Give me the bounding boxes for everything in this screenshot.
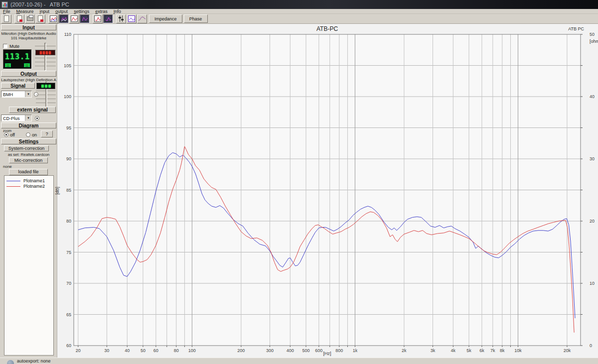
x-axis-unit: [Hz] bbox=[74, 351, 581, 356]
diagram-window-icon[interactable] bbox=[127, 14, 137, 23]
plotname1-label: Plotname1 bbox=[23, 178, 45, 183]
frequency-response-icon[interactable] bbox=[48, 14, 58, 23]
mic-correction-button[interactable]: Mic-correction bbox=[9, 157, 48, 163]
extern-signal-value: CD-Plus bbox=[3, 116, 20, 121]
menu-settings[interactable]: settings bbox=[71, 9, 92, 14]
diagram-section-header[interactable]: Diagram bbox=[1, 122, 56, 128]
output-level-slider[interactable] bbox=[36, 83, 56, 109]
status-bar: autoexport: none bbox=[0, 358, 598, 364]
signal-select[interactable]: BMH ▼ bbox=[1, 91, 32, 98]
left-axis-tick-label: 95 bbox=[66, 125, 71, 130]
menu-input[interactable]: input bbox=[37, 9, 53, 14]
signal-select-value: BMH bbox=[3, 92, 13, 97]
left-axis-unit: [dB] bbox=[55, 187, 60, 195]
right-axis-tick-label: 0 bbox=[590, 343, 592, 348]
zoom-label: zoom bbox=[3, 129, 11, 132]
extern-signal-button[interactable]: extern signal bbox=[9, 107, 56, 113]
input-level-slider[interactable] bbox=[35, 46, 56, 70]
delete-measurement-icon[interactable] bbox=[35, 14, 45, 23]
level-adjust-icon[interactable] bbox=[116, 14, 126, 23]
status-icon bbox=[7, 360, 14, 364]
impedance-measure-active-icon[interactable] bbox=[103, 14, 113, 23]
left-axis-tick-label: 85 bbox=[66, 188, 71, 193]
app-icon bbox=[1, 1, 8, 8]
impedance-measure-icon[interactable] bbox=[93, 14, 103, 23]
control-sidebar: Input Mikrofon (High Definition Audio 10… bbox=[0, 24, 57, 358]
zoom-off-label: off bbox=[10, 132, 15, 137]
input-device-line2: 101 Hauptlautstärke bbox=[1, 36, 56, 40]
print-icon[interactable] bbox=[25, 14, 35, 23]
legend-box: Plotname1 Plotname2 bbox=[4, 175, 54, 356]
toolbar: Impedance Phase bbox=[0, 14, 598, 24]
input-level-value: 113.1 bbox=[3, 52, 31, 61]
menu-measure[interactable]: Measure bbox=[13, 9, 37, 14]
settings-section-header[interactable]: Settings bbox=[1, 138, 56, 144]
left-axis-tick-label: 70 bbox=[66, 281, 71, 286]
title-bar[interactable]: (2007-10-26) - ATB PC bbox=[0, 0, 598, 9]
window-title: (2007-10-26) - ATB PC bbox=[10, 1, 69, 7]
chart-title: ATB-PC bbox=[74, 25, 581, 32]
left-axis-tick-label: 80 bbox=[66, 219, 71, 224]
zoom-on-radio[interactable] bbox=[26, 132, 30, 137]
right-axis-tick-label: 10 bbox=[590, 281, 595, 286]
system-correction-value: as set: Realtek.cardcon bbox=[1, 152, 56, 157]
frequency-response-chart: 6065707580859095100105110010203040502030… bbox=[57, 24, 598, 358]
input-device-line1: Mikrofon (High Definition Audio bbox=[1, 31, 56, 36]
loaded-file-button[interactable]: loaded file bbox=[9, 169, 48, 175]
status-text: autoexport: none bbox=[17, 359, 51, 364]
phase-measure-active-icon[interactable] bbox=[80, 14, 90, 23]
new-measurement-icon[interactable] bbox=[1, 14, 11, 23]
mute-checkbox[interactable] bbox=[3, 44, 7, 48]
zoom-off-radio[interactable] bbox=[4, 132, 8, 137]
help-button[interactable]: ? bbox=[41, 130, 53, 137]
plotname2-line-swatch bbox=[6, 186, 20, 187]
left-axis-tick-label: 60 bbox=[66, 343, 71, 348]
right-axis-unit: [ohm] bbox=[590, 39, 598, 44]
save-measurement-icon[interactable] bbox=[14, 14, 24, 23]
frequency-response-active-icon[interactable] bbox=[59, 14, 69, 23]
plotname1-line-swatch bbox=[6, 181, 20, 181]
right-axis-tick-label: 30 bbox=[590, 156, 595, 161]
legend-entry-2: Plotname2 bbox=[6, 184, 45, 189]
menu-file[interactable]: File bbox=[0, 9, 13, 14]
output-slider-handle[interactable] bbox=[36, 83, 55, 89]
led-indicator-left bbox=[5, 63, 11, 67]
right-axis-tick-label: 40 bbox=[590, 94, 595, 99]
menu-info[interactable]: Info bbox=[111, 9, 124, 14]
input-slider-handle[interactable] bbox=[35, 50, 55, 55]
left-axis-tick-label: 65 bbox=[66, 312, 71, 317]
system-correction-button[interactable]: System-correction bbox=[4, 145, 49, 151]
led-indicator-right bbox=[24, 63, 30, 67]
chart-corner-label: ATB PC bbox=[568, 26, 584, 31]
atb-pc-window: (2007-10-26) - ATB PC File Measure input… bbox=[0, 0, 598, 364]
menu-output[interactable]: output bbox=[52, 9, 71, 14]
chevron-down-icon[interactable]: ▼ bbox=[25, 91, 31, 97]
output-section-header[interactable]: Output bbox=[1, 71, 56, 77]
plotname2-label: Plotname2 bbox=[23, 184, 45, 189]
input-section-header[interactable]: Input bbox=[1, 24, 56, 30]
left-axis-tick-label: 75 bbox=[66, 250, 71, 255]
menu-extras[interactable]: extras bbox=[92, 9, 111, 14]
signal-button[interactable]: Signal bbox=[1, 83, 35, 89]
phase-measure-icon[interactable] bbox=[69, 14, 79, 23]
extern-signal-radio[interactable] bbox=[35, 116, 39, 121]
mute-label: Mute bbox=[9, 44, 19, 49]
chart-panel: ATB-PC ATB PC [ohm] [dB] [Hz] 6065707580… bbox=[57, 24, 598, 358]
zoom-on-label: on bbox=[32, 132, 37, 137]
left-axis-tick-label: 90 bbox=[66, 156, 71, 161]
left-axis-tick-label: 110 bbox=[64, 32, 71, 37]
smoothing-curve-icon[interactable] bbox=[137, 14, 147, 23]
mic-correction-value: none bbox=[3, 164, 12, 169]
output-device: Lautsprecher (High Definition A bbox=[1, 78, 56, 82]
left-axis-tick-label: 100 bbox=[64, 94, 71, 99]
chevron-down-icon[interactable]: ▼ bbox=[25, 115, 31, 121]
right-axis-tick-label: 50 bbox=[590, 32, 595, 37]
input-level-display: 113.1 bbox=[3, 49, 32, 69]
phase-button[interactable]: Phase bbox=[184, 14, 208, 23]
right-axis-tick-label: 20 bbox=[590, 219, 595, 224]
impedance-button[interactable]: Impedance bbox=[149, 14, 182, 23]
menu-bar: File Measure input output settings extra… bbox=[0, 9, 598, 14]
extern-signal-select[interactable]: CD-Plus ▼ bbox=[1, 115, 32, 121]
left-axis-tick-label: 105 bbox=[64, 63, 71, 68]
legend-entry-1: Plotname1 bbox=[6, 178, 45, 183]
